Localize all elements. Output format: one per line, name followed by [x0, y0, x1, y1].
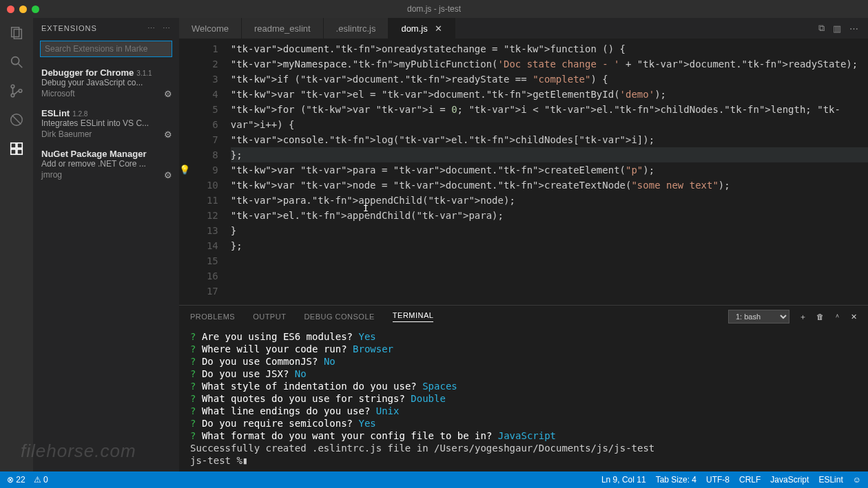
- window-controls: [0, 6, 39, 13]
- files-icon[interactable]: [8, 25, 25, 41]
- svg-point-2: [12, 57, 19, 65]
- terminal-output[interactable]: ? Are you using ES6 modules? Yes ? Where…: [179, 328, 868, 471]
- gear-icon[interactable]: ⚙: [164, 129, 172, 140]
- activity-bar: [0, 18, 33, 471]
- maximize-panel-icon[interactable]: ＾: [834, 312, 841, 322]
- debug-icon[interactable]: [8, 112, 25, 128]
- svg-point-4: [11, 85, 14, 88]
- status-ln-col[interactable]: Ln 9, Col 11: [601, 475, 646, 485]
- terminal-selector[interactable]: 1: bash: [728, 310, 789, 323]
- window-title: dom.js - js-test: [407, 4, 461, 14]
- svg-point-5: [11, 94, 14, 97]
- svg-point-6: [19, 89, 22, 93]
- editor-tab[interactable]: dom.js✕: [389, 18, 455, 39]
- panel-tab-output[interactable]: OUTPUT: [253, 312, 286, 321]
- kill-terminal-icon[interactable]: 🗑: [816, 312, 824, 321]
- svg-line-3: [19, 64, 23, 68]
- minimize-window[interactable]: [19, 6, 27, 13]
- status-eol[interactable]: CRLF: [739, 475, 761, 485]
- extension-item[interactable]: NuGet Package ManagerAdd or remove .NET …: [33, 144, 179, 184]
- gear-icon[interactable]: ⚙: [164, 89, 172, 99]
- svg-rect-12: [17, 149, 22, 154]
- status-encoding[interactable]: UTF-8: [706, 475, 730, 485]
- editor-tab[interactable]: readme_eslint: [242, 18, 324, 39]
- gear-icon[interactable]: ⚙: [164, 170, 172, 180]
- search-icon[interactable]: [8, 54, 25, 70]
- more-actions-icon[interactable]: ⋯: [849, 23, 858, 34]
- lightbulb-icon[interactable]: 💡: [179, 162, 192, 178]
- svg-rect-9: [11, 143, 16, 148]
- titlebar: dom.js - js-test: [0, 0, 868, 18]
- filter-icon[interactable]: ⋯: [147, 24, 156, 33]
- panel-tab-debug-console[interactable]: DEBUG CONSOLE: [304, 312, 374, 321]
- split-editor-icon[interactable]: ▥: [833, 23, 841, 34]
- status-tab-size[interactable]: Tab Size: 4: [656, 475, 696, 485]
- maximize-window[interactable]: [32, 6, 39, 13]
- svg-rect-11: [11, 149, 16, 154]
- status-eslint[interactable]: ESLint: [818, 475, 843, 485]
- more-icon[interactable]: ⋯: [163, 24, 171, 33]
- close-window[interactable]: [7, 6, 14, 13]
- compare-icon[interactable]: ⧉: [818, 23, 825, 34]
- svg-rect-10: [17, 143, 22, 148]
- panel-tab-terminal[interactable]: TERMINAL: [393, 311, 434, 322]
- editor-tabs: Welcomereadme_eslint.eslintrc.jsdom.js✕ …: [179, 18, 868, 39]
- extensions-sidebar: EXTENSIONS ⋯ ⋯ Debugger for Chrome3.1.1D…: [33, 18, 179, 471]
- bottom-panel: PROBLEMS OUTPUT DEBUG CONSOLE TERMINAL 1…: [179, 305, 868, 471]
- status-warnings[interactable]: ⚠ 0: [34, 475, 48, 485]
- status-bar: ⊗ 22 ⚠ 0 Ln 9, Col 11 Tab Size: 4 UTF-8 …: [0, 471, 868, 488]
- svg-line-8: [12, 116, 21, 125]
- status-feedback-icon[interactable]: ☺: [853, 475, 861, 485]
- panel-tab-problems[interactable]: PROBLEMS: [190, 312, 235, 321]
- editor-tab[interactable]: .eslintrc.js: [324, 18, 389, 39]
- extensions-icon[interactable]: [8, 140, 25, 157]
- code-editor[interactable]: 💡 1234567891011121314151617 "tk-var">doc…: [179, 39, 868, 305]
- close-panel-icon[interactable]: ✕: [851, 312, 857, 321]
- search-extensions-input[interactable]: [40, 41, 172, 57]
- status-language[interactable]: JavaScript: [770, 475, 809, 485]
- sidebar-title: EXTENSIONS: [41, 24, 97, 32]
- status-errors[interactable]: ⊗ 22: [7, 475, 25, 485]
- source-control-icon[interactable]: [8, 83, 25, 99]
- new-terminal-icon[interactable]: ＋: [799, 312, 807, 322]
- editor-tab[interactable]: Welcome: [179, 18, 242, 39]
- line-numbers: 1234567891011121314151617: [192, 39, 231, 305]
- close-tab-icon[interactable]: ✕: [435, 23, 442, 34]
- extension-item[interactable]: Debugger for Chrome3.1.1Debug your JavaS…: [33, 63, 179, 103]
- extension-item[interactable]: ESLint1.2.8Integrates ESLint into VS C..…: [33, 103, 179, 144]
